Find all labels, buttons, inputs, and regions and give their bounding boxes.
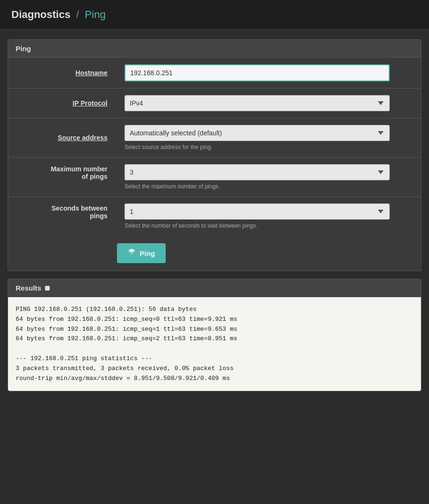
ping-form-table: Hostname IP Protocol IPv4 IPv6 (8, 58, 421, 236)
main-content: Ping Hostname IP Protocol (0, 30, 429, 401)
ping-button[interactable]: Ping (117, 243, 166, 263)
breadcrumb-parent: Diagnostics (11, 9, 71, 20)
results-card-title: Results (16, 284, 41, 292)
hostname-label-cell: Hostname (8, 58, 117, 88)
hostname-row: Hostname (8, 58, 421, 88)
seconds-between-select[interactable]: 1 2 3 5 (125, 203, 390, 220)
ip-protocol-row: IP Protocol IPv4 IPv6 (8, 88, 421, 118)
ip-protocol-label-cell: IP Protocol (8, 88, 117, 118)
ip-protocol-input-cell: IPv4 IPv6 (117, 88, 421, 118)
source-address-select[interactable]: Automatically selected (default) (125, 125, 390, 141)
source-address-hint: Select source address for the ping. (125, 144, 413, 150)
max-pings-select[interactable]: 1 2 3 4 5 10 (125, 164, 390, 180)
hostname-input[interactable] (125, 64, 390, 81)
max-pings-label-cell: Maximum numberof pings (8, 158, 117, 197)
results-indicator (45, 286, 50, 291)
seconds-between-input-cell: 1 2 3 5 Select the number of seconds to … (117, 197, 421, 236)
breadcrumb-separator: / (76, 9, 79, 20)
wifi-icon (127, 248, 136, 258)
seconds-between-hint: Select the number of seconds to wait bet… (125, 222, 413, 229)
ping-card: Ping Hostname IP Protocol (8, 39, 421, 271)
source-address-label: Source address (58, 134, 107, 141)
max-pings-row: Maximum numberof pings 1 2 3 4 5 10 Sele… (8, 158, 421, 197)
source-address-label-cell: Source address (8, 118, 117, 158)
seconds-between-row: Seconds betweenpings 1 2 3 5 Select the … (8, 197, 421, 236)
source-address-input-cell: Automatically selected (default) Select … (117, 118, 421, 158)
results-card-header: Results (8, 279, 421, 297)
results-card: Results PING 192.168.0.251 (192.168.0.25… (8, 279, 421, 391)
page-header: Diagnostics / Ping (0, 0, 429, 30)
max-pings-label: Maximum numberof pings (51, 165, 107, 180)
hostname-label: Hostname (75, 69, 107, 77)
seconds-between-label-cell: Seconds betweenpings (8, 197, 117, 236)
max-pings-hint: Select the maximum number of pings. (125, 183, 413, 190)
hostname-input-cell (117, 58, 421, 88)
seconds-between-label: Seconds betweenpings (52, 204, 107, 220)
button-row: Ping (8, 236, 421, 271)
ping-card-header: Ping (8, 40, 421, 58)
results-output: PING 192.168.0.251 (192.168.0.251): 56 d… (8, 297, 421, 391)
ping-card-title: Ping (16, 44, 413, 53)
max-pings-input-cell: 1 2 3 4 5 10 Select the maximum number o… (117, 158, 421, 197)
ip-protocol-select[interactable]: IPv4 IPv6 (125, 95, 390, 111)
ip-protocol-label: IP Protocol (72, 99, 107, 107)
breadcrumb-current: Ping (85, 9, 106, 20)
source-address-row: Source address Automatically selected (d… (8, 118, 421, 158)
ping-button-label: Ping (140, 249, 155, 257)
